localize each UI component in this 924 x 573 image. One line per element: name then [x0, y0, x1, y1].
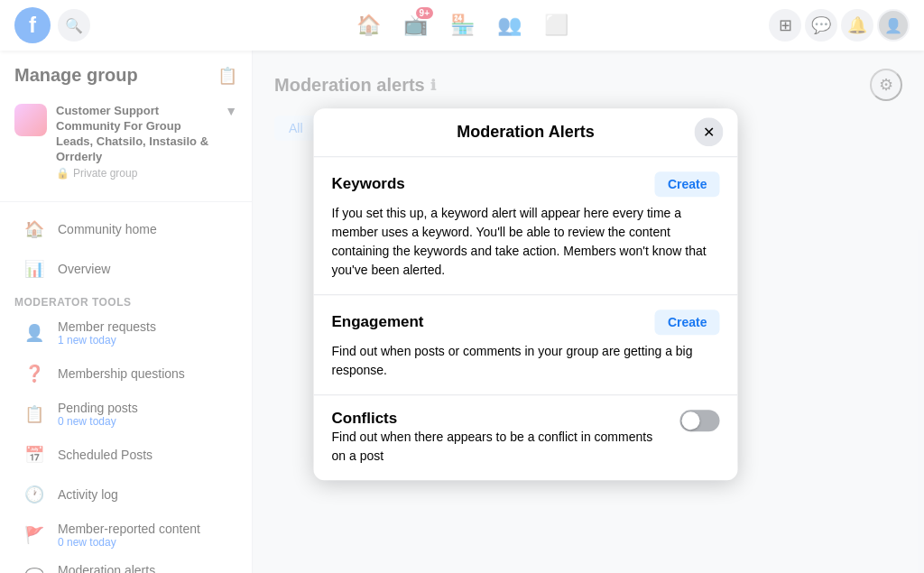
keywords-label: Keywords — [332, 175, 405, 193]
keywords-row: Keywords Create — [332, 171, 720, 197]
modal-header: Moderation Alerts ✕ — [314, 108, 738, 157]
engagement-description: Find out when posts or comments in your … — [332, 342, 720, 380]
modal-title: Moderation Alerts — [457, 123, 594, 142]
keywords-create-button[interactable]: Create — [655, 171, 720, 197]
conflicts-section: Conflicts Find out when there appears to… — [314, 395, 738, 480]
engagement-label: Engagement — [332, 313, 424, 331]
toggle-thumb — [682, 411, 700, 430]
keywords-description: If you set this up, a keyword alert will… — [332, 204, 720, 280]
engagement-row: Engagement Create — [332, 310, 720, 335]
engagement-create-button[interactable]: Create — [655, 310, 720, 335]
conflicts-row: Conflicts Find out when there appears to… — [332, 410, 720, 466]
keywords-section: Keywords Create If you set this up, a ke… — [314, 157, 738, 295]
conflicts-description: Find out when there appears to be a conf… — [332, 428, 670, 466]
engagement-section: Engagement Create Find out when posts or… — [314, 295, 738, 395]
toggle-track[interactable] — [680, 410, 720, 431]
conflicts-toggle[interactable] — [680, 410, 720, 431]
conflicts-label: Conflicts — [332, 410, 670, 428]
moderation-alerts-modal: Moderation Alerts ✕ Keywords Create If y… — [314, 108, 738, 480]
modal-close-button[interactable]: ✕ — [695, 117, 724, 146]
